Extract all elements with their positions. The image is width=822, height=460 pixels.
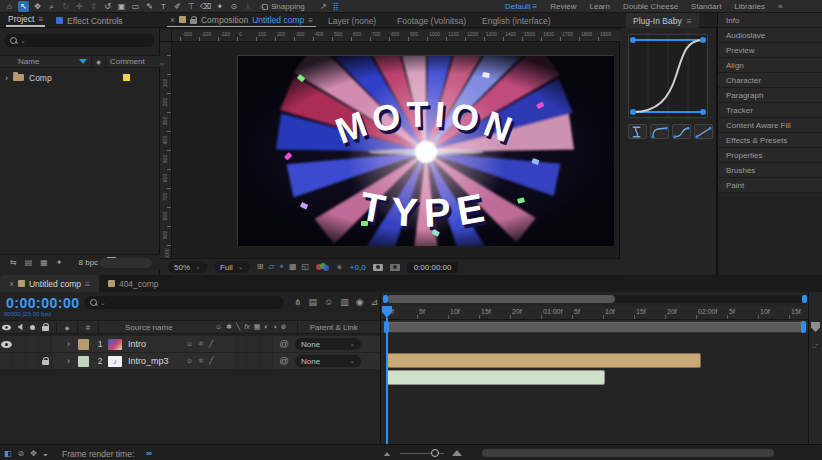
audio-cell[interactable]	[13, 353, 26, 369]
quality-toggle-icon[interactable]: ╱	[209, 340, 213, 348]
workspace-tab-learn[interactable]: Learn	[589, 2, 609, 11]
navigator-end-handle[interactable]	[802, 295, 807, 303]
show-channel-icon[interactable]	[316, 263, 329, 272]
pixel-grid-icon[interactable]: ⣿	[333, 2, 339, 11]
shy-toggle-icon[interactable]: ☺	[186, 357, 193, 365]
type-tool[interactable]: T	[158, 1, 169, 12]
layer-name[interactable]: Intro_mp3	[128, 356, 186, 366]
playhead-line[interactable]	[386, 318, 388, 444]
dolly-camera-tool[interactable]: ⇕	[88, 1, 99, 12]
camera-tool[interactable]: ▣	[116, 1, 127, 12]
pen-tool[interactable]: ✎	[144, 1, 155, 12]
lock-icon[interactable]	[42, 360, 49, 365]
horizontal-ruler[interactable]: -300-200-1000100200300400500600700800900…	[172, 30, 620, 42]
chevron-down-icon[interactable]: ⌄	[20, 37, 26, 45]
curve-handle[interactable]	[700, 37, 706, 43]
bpc-button[interactable]: 8 bpc	[79, 258, 99, 267]
draft-preview-icon[interactable]: ⊘	[18, 449, 25, 458]
collapse-column-icon[interactable]: ✱	[226, 323, 232, 331]
layer-duration-bar[interactable]	[386, 353, 701, 368]
new-folder-icon[interactable]: ▤	[25, 258, 33, 267]
zoom-out-mountain-icon[interactable]	[384, 452, 390, 456]
preset-linear[interactable]	[694, 124, 713, 139]
rectangle-tool[interactable]: ▭	[130, 1, 141, 12]
panel-tab-properties[interactable]: Properties	[718, 148, 822, 163]
zoom-tool[interactable]: ⌕	[46, 1, 57, 12]
exposure-icon[interactable]: ✳	[336, 263, 343, 272]
workspace-tab-double-cheese[interactable]: Double Cheese	[623, 2, 678, 11]
panel-tab-paragraph[interactable]: Paragraph	[718, 88, 822, 103]
motion-blur-icon[interactable]: ◉	[356, 297, 364, 307]
horizontal-scrollbar[interactable]	[482, 449, 774, 457]
comp-marker-icon[interactable]	[811, 322, 820, 332]
column-comment[interactable]: Comment	[110, 57, 145, 66]
panel-tab-effects-presets[interactable]: Effects & Presets	[718, 133, 822, 148]
adjust-icon[interactable]: ✦	[56, 258, 63, 267]
visibility-cell[interactable]	[0, 353, 13, 369]
column-name[interactable]: Name	[18, 57, 39, 66]
tab-layer[interactable]: Layer (none)	[328, 13, 376, 28]
lock-column-icon[interactable]	[42, 326, 49, 331]
preset-ease-out-corner[interactable]	[650, 124, 669, 139]
project-search-input[interactable]: ⌄	[4, 34, 155, 47]
lock-cell[interactable]	[39, 353, 52, 369]
close-icon[interactable]: ×	[170, 15, 175, 25]
visibility-cell[interactable]	[0, 336, 13, 352]
preset-ease-in-out[interactable]	[672, 124, 691, 139]
pickwhip-icon[interactable]: @	[273, 339, 295, 349]
time-ruler[interactable]: 0f5f10f15f20f01:00f5f10f15f20f02:00f5f10…	[381, 306, 809, 320]
magnify-icon[interactable]: ◱	[302, 262, 310, 272]
pan-camera-tool[interactable]: ✚	[74, 1, 85, 12]
home-tool[interactable]: ⌂	[4, 1, 15, 12]
timeline-tab-404-comp[interactable]: 404_comp	[99, 275, 168, 292]
comp-button-icon[interactable]: ☞	[809, 340, 822, 350]
timeline-search-input[interactable]: ⌄	[84, 296, 284, 309]
workspace-tab-libraries[interactable]: Libraries	[734, 2, 765, 11]
preset-ease-s-vertical[interactable]	[628, 124, 647, 139]
mask-visibility-icon[interactable]: ▱	[268, 262, 274, 272]
tab-effect-controls[interactable]: Effect Controls	[56, 13, 123, 28]
fx-column-icon[interactable]: fx	[244, 323, 249, 331]
pickwhip-icon[interactable]: @	[273, 356, 295, 366]
panel-menu-icon[interactable]: ≡	[85, 279, 90, 289]
resolution-dropdown[interactable]: Full⌄	[214, 261, 250, 273]
eye-column-icon[interactable]	[2, 324, 11, 330]
close-icon[interactable]: ×	[9, 279, 14, 289]
layer-row[interactable]: › 2 ♪ Intro_mp3 ☺✱╱ @ None⌄	[0, 353, 380, 369]
work-area-end-handle[interactable]	[801, 321, 806, 333]
curve-handle[interactable]	[630, 37, 636, 43]
chevron-down-icon[interactable]: ⌄	[100, 299, 106, 307]
tab-project[interactable]: Project ≡	[6, 13, 45, 27]
comp-mini-flowchart-icon[interactable]: ⋔	[294, 297, 302, 307]
panel-tab-preview[interactable]: Preview	[718, 43, 822, 58]
tab-composition[interactable]: × Composition Untitled comp ≡	[167, 13, 316, 27]
region-of-interest-icon[interactable]: ⌖	[280, 262, 285, 272]
layer-row[interactable]: › 1 Intro ☺✱╱ @ None⌄	[0, 336, 380, 352]
ease-curve-editor[interactable]	[628, 34, 708, 122]
snap-line-icon[interactable]: ↗	[320, 2, 327, 11]
zoom-slider-knob[interactable]	[431, 449, 439, 457]
parent-dropdown[interactable]: None⌄	[295, 338, 361, 350]
exposure-value[interactable]: +0,0	[350, 263, 366, 272]
audio-cell[interactable]	[13, 336, 26, 352]
panel-menu-icon[interactable]: ≡	[687, 16, 692, 26]
expander-icon[interactable]: ›	[0, 73, 13, 83]
label-column-icon[interactable]: ◆	[96, 58, 101, 65]
timeline-tab-untitled-comp[interactable]: × Untitled comp ≡	[0, 275, 99, 292]
layer-name[interactable]: Intro	[128, 339, 186, 349]
solo-column-icon[interactable]	[30, 325, 35, 330]
workspace-tab-more[interactable]: »	[778, 2, 782, 11]
composition-canvas[interactable]: MOTION MOTION TYPE TYPE	[237, 55, 613, 245]
panel-menu-icon[interactable]: ≡	[38, 14, 43, 24]
motion-blur-column-icon[interactable]: ◑	[273, 323, 277, 331]
vertical-ruler[interactable]: 01002003004005006007008009001000	[160, 42, 172, 258]
panel-tab-content-aware-fill[interactable]: Content Aware Fill	[718, 118, 822, 133]
panel-menu-icon[interactable]: ≡	[308, 15, 313, 25]
quality-column-icon[interactable]: ╲	[236, 323, 240, 331]
shy-layers-icon[interactable]: ☺	[324, 297, 333, 307]
frame-blend-footer-icon[interactable]: ◒	[43, 449, 48, 458]
navigator-start-handle[interactable]	[383, 295, 388, 303]
viewer-timecode[interactable]: 0:00:00:00	[407, 262, 459, 273]
panel-tab-tracker[interactable]: Tracker	[718, 103, 822, 118]
panel-tab-brushes[interactable]: Brushes	[718, 163, 822, 178]
